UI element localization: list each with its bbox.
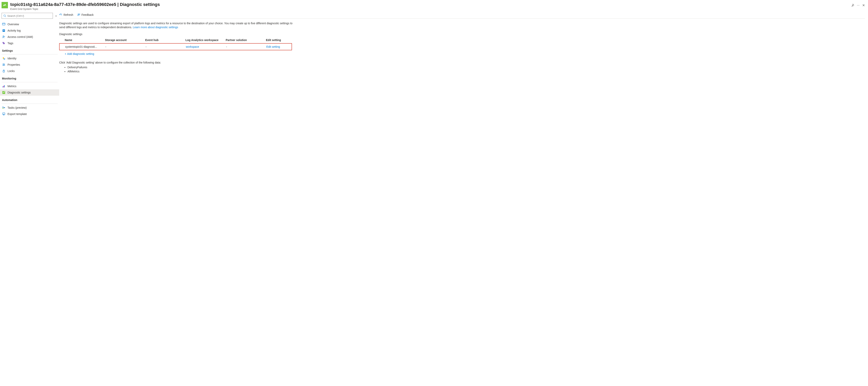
sidebar-item-label: Tasks (preview): [7, 106, 27, 109]
diagnostic-settings-icon: [2, 91, 5, 94]
cell-storage: -: [105, 45, 145, 48]
sidebar-item-label: Activity log: [7, 29, 21, 32]
cell-partner: -: [226, 45, 266, 48]
resource-type-label: Event Grid System Topic: [10, 7, 851, 10]
table-header-row: Name Storage account Event hub Log Analy…: [59, 37, 292, 43]
svg-line-1: [5, 17, 6, 17]
svg-rect-25: [4, 107, 5, 108]
tasks-icon: [2, 106, 5, 109]
refresh-label: Refresh: [64, 13, 73, 17]
sidebar-item-locks[interactable]: Locks: [0, 68, 59, 74]
sidebar-item-label: Identity: [7, 57, 17, 60]
svg-point-8: [4, 36, 5, 37]
divider: [2, 54, 58, 55]
svg-rect-21: [4, 85, 5, 87]
sidebar-group-settings: Settings: [0, 46, 59, 54]
sidebar-item-label: Access control (IAM): [7, 35, 33, 38]
svg-rect-18: [3, 71, 4, 72]
col-name: Name: [65, 38, 104, 42]
svg-point-30: [78, 14, 79, 15]
list-item: DeliveryFailures: [67, 65, 865, 69]
resource-type-icon: [2, 2, 8, 8]
svg-rect-5: [3, 30, 4, 30]
svg-rect-20: [3, 86, 4, 87]
learn-more-link[interactable]: Learn more about diagnostic settings: [133, 26, 178, 29]
svg-rect-19: [3, 86, 3, 87]
sidebar-group-monitoring: Monitoring: [0, 74, 59, 81]
svg-rect-6: [3, 31, 4, 31]
sidebar-item-label: Metrics: [7, 85, 17, 88]
divider: [2, 103, 58, 104]
access-control-icon: [2, 35, 5, 39]
col-law: Log Analytics workspace: [185, 38, 225, 42]
sidebar-item-label: Tags: [7, 42, 13, 45]
blade-header: topic01stg-811a624a-8a77-437e-89de-dfeb5…: [0, 0, 868, 12]
col-partner: Partner solution: [226, 38, 265, 42]
workspace-link[interactable]: workspace: [186, 45, 225, 48]
svg-point-13: [3, 64, 4, 64]
export-template-icon: [2, 112, 5, 116]
add-diagnostic-setting-button[interactable]: +Add diagnostic setting: [59, 50, 292, 57]
properties-icon: [2, 63, 5, 66]
activity-log-icon: [2, 29, 5, 32]
sidebar-item-identity[interactable]: Identity: [0, 55, 59, 62]
sidebar-item-metrics[interactable]: Metrics: [0, 83, 59, 89]
refresh-button[interactable]: Refresh: [59, 13, 73, 17]
diagnostic-settings-table: Name Storage account Event hub Log Analy…: [59, 37, 292, 57]
description-text: Diagnostic settings are used to configur…: [59, 21, 296, 29]
sidebar-item-tags[interactable]: Tags: [0, 40, 59, 46]
sidebar-item-label: Locks: [7, 69, 15, 72]
lock-icon: [2, 69, 5, 73]
tags-icon: [2, 41, 5, 45]
sidebar-item-export-template[interactable]: Export template: [0, 111, 59, 117]
collection-hint-text: Click 'Add Diagnostic setting' above to …: [59, 61, 865, 64]
sidebar: « Overview Activity log Access control (…: [0, 12, 59, 121]
plus-icon: +: [65, 52, 66, 56]
identity-icon: [2, 57, 5, 60]
sidebar-item-tasks[interactable]: Tasks (preview): [0, 104, 59, 111]
sidebar-item-label: Overview: [7, 23, 19, 26]
sidebar-group-automation: Automation: [0, 96, 59, 103]
svg-point-17: [3, 65, 4, 66]
feedback-label: Feedback: [82, 13, 94, 17]
sidebar-item-label: Diagnostic settings: [7, 91, 31, 94]
add-diagnostic-setting-label: Add diagnostic setting: [67, 52, 94, 56]
search-icon: [3, 14, 6, 17]
metrics-icon: [2, 85, 5, 88]
collection-bullet-list: DeliveryFailures AllMetrics: [59, 65, 865, 73]
col-edit: Edit setting: [266, 38, 298, 42]
svg-point-0: [4, 15, 5, 17]
sidebar-item-access-control[interactable]: Access control (IAM): [0, 34, 59, 40]
diagnostic-settings-label: Diagnostic settings: [59, 33, 865, 36]
svg-line-27: [3, 108, 4, 108]
col-eventhub: Event hub: [145, 38, 185, 42]
feedback-icon: [77, 13, 80, 17]
search-input-wrapper[interactable]: [2, 13, 53, 19]
sidebar-item-label: Export template: [7, 112, 27, 116]
sidebar-item-activity-log[interactable]: Activity log: [0, 27, 59, 34]
edit-setting-link[interactable]: Edit setting: [266, 45, 298, 48]
page-title: topic01stg-811a624a-8a77-437e-89de-dfeb5…: [10, 2, 851, 7]
svg-rect-23: [3, 107, 3, 107]
sidebar-item-diagnostic-settings[interactable]: Diagnostic settings: [0, 89, 59, 96]
close-icon[interactable]: ×: [862, 3, 865, 7]
svg-point-9: [3, 42, 3, 43]
feedback-button[interactable]: Feedback: [77, 13, 94, 17]
svg-point-7: [3, 36, 4, 37]
svg-point-11: [4, 58, 5, 60]
overview-icon: [2, 23, 5, 26]
search-input[interactable]: [7, 14, 51, 18]
toolbar: Refresh Feedback: [59, 12, 865, 19]
col-storage: Storage account: [105, 38, 145, 42]
pin-icon[interactable]: [851, 4, 854, 7]
collapse-sidebar-icon[interactable]: «: [55, 13, 58, 18]
list-item: AllMetrics: [67, 69, 865, 73]
more-icon[interactable]: ···: [857, 4, 860, 7]
table-row: systemtopic01-diagnosti... - - workspace…: [60, 43, 291, 50]
sidebar-item-overview[interactable]: Overview: [0, 21, 59, 27]
svg-line-26: [3, 107, 4, 108]
refresh-icon: [59, 13, 62, 17]
svg-point-10: [3, 57, 4, 59]
sidebar-item-properties[interactable]: Properties: [0, 62, 59, 68]
main-content: Refresh Feedback Diagnostic settings are…: [59, 12, 868, 121]
